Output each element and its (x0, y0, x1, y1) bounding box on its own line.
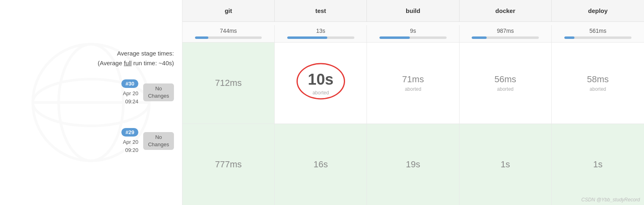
avg-deploy: 561ms (552, 25, 644, 42)
changes-badge-30: NoChanges (143, 83, 174, 101)
build-time-30: 09:24 (125, 98, 138, 106)
cell-30-docker[interactable]: 56ms aborted (460, 43, 552, 124)
avg-docker-bar (472, 36, 539, 39)
header-docker: docker (460, 0, 552, 21)
header-git: git (182, 0, 275, 21)
cell-30-deploy-value: 58ms (587, 74, 609, 85)
cell-30-build-sub: aborted (405, 86, 422, 92)
data-row-29: 777ms 16s 19s 1s 1s (182, 124, 644, 205)
avg-docker-value: 987ms (497, 28, 514, 34)
build-badge-29[interactable]: #29 (121, 128, 138, 137)
avg-deploy-fill (564, 36, 574, 39)
cell-29-git-value: 777ms (215, 159, 242, 170)
data-row-30: 712ms 10s aborted 71ms aborted 56ms abor… (182, 43, 644, 124)
cell-29-docker[interactable]: 1s (460, 124, 552, 205)
cell-29-test-value: 16s (314, 159, 328, 170)
build-badge-30[interactable]: #30 (121, 79, 138, 88)
header-test: test (275, 0, 367, 21)
avg-build: 9s (367, 25, 459, 42)
build-row-29: #29 Apr 20 09:20 NoChanges (121, 117, 174, 165)
build-date-30: Apr 20 (123, 90, 138, 98)
cell-30-test-sub: aborted (312, 90, 329, 96)
cell-30-git-value: 712ms (215, 78, 242, 88)
avg-build-value: 9s (410, 28, 416, 34)
cell-29-deploy[interactable]: 1s (552, 124, 644, 205)
changes-badge-29: NoChanges (143, 132, 174, 150)
header-build: build (367, 0, 459, 21)
avg-git: 744ms (182, 25, 275, 42)
cell-30-docker-sub: aborted (497, 86, 514, 92)
cell-30-docker-value: 56ms (494, 74, 516, 85)
cell-29-git[interactable]: 777ms (182, 124, 275, 205)
avg-deploy-bar (564, 36, 632, 39)
avg-label-line1: Average stage times: (97, 49, 174, 58)
build-row-30: #30 Apr 20 09:24 NoChanges (121, 68, 174, 117)
avg-docker-fill (472, 36, 486, 39)
cell-30-deploy[interactable]: 58ms aborted (552, 43, 644, 124)
watermark: CSDN @Ybb_studyRecord (581, 197, 640, 203)
avg-git-bar (195, 36, 262, 39)
cell-29-deploy-value: 1s (593, 159, 602, 170)
avg-row: 744ms 13s 9s 987ms (182, 22, 644, 43)
avg-docker: 987ms (460, 25, 552, 42)
left-panel: Average stage times: (Average full run t… (0, 0, 182, 205)
data-rows: 712ms 10s aborted 71ms aborted 56ms abor… (182, 43, 644, 205)
avg-test: 13s (275, 25, 367, 42)
pipeline-rows: #30 Apr 20 09:24 NoChanges #29 Apr 20 09… (121, 68, 174, 165)
avg-deploy-value: 561ms (589, 28, 606, 34)
build-info-30: Apr 20 09:24 (123, 90, 138, 105)
right-grid: git test build docker deploy 744ms 13s 9… (182, 0, 644, 205)
cell-30-test[interactable]: 10s aborted (275, 43, 367, 124)
average-label: Average stage times: (Average full run t… (97, 49, 174, 68)
cell-30-git[interactable]: 712ms (182, 43, 275, 124)
build-time-29: 09:20 (125, 146, 138, 154)
cell-30-deploy-sub: aborted (590, 86, 606, 92)
main-container: Average stage times: (Average full run t… (0, 0, 644, 205)
cell-29-build-value: 19s (406, 159, 420, 170)
cell-30-build-value: 71ms (402, 74, 424, 85)
avg-git-fill (195, 36, 208, 39)
build-info-29: Apr 20 09:20 (123, 138, 138, 154)
avg-git-value: 744ms (220, 28, 237, 34)
build-date-29: Apr 20 (123, 138, 138, 146)
avg-test-bar (287, 36, 354, 39)
avg-test-fill (287, 36, 327, 39)
cell-29-docker-value: 1s (501, 159, 510, 170)
avg-label-line2: (Average full run time: ~40s) (97, 58, 174, 68)
avg-test-value: 13s (316, 28, 326, 34)
cell-30-test-value: 10s (308, 71, 333, 88)
cell-30-build[interactable]: 71ms aborted (367, 43, 459, 124)
cell-29-build[interactable]: 19s (367, 124, 459, 205)
avg-build-bar (379, 36, 447, 39)
avg-build-fill (379, 36, 410, 39)
header-deploy: deploy (552, 0, 644, 21)
header-row: git test build docker deploy (182, 0, 644, 22)
cell-29-test[interactable]: 16s (275, 124, 367, 205)
